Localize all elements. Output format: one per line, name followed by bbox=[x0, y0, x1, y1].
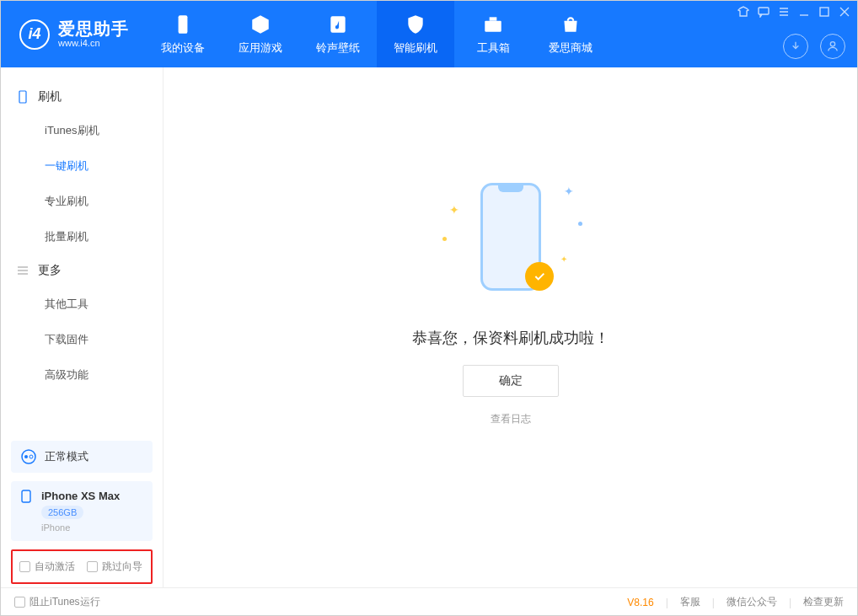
tab-label: 我的设备 bbox=[161, 40, 205, 56]
sidebar-item-batch-flash[interactable]: 批量刷机 bbox=[1, 219, 163, 254]
menu-icon[interactable] bbox=[778, 6, 790, 18]
sparkle-icon: ✦ bbox=[564, 185, 574, 198]
svg-rect-7 bbox=[19, 91, 26, 103]
sidebar-item-advanced[interactable]: 高级功能 bbox=[1, 357, 163, 393]
footer-left: 阻止iTunes运行 bbox=[14, 595, 100, 609]
checkbox-label: 阻止iTunes运行 bbox=[29, 595, 100, 609]
device-box[interactable]: iPhone XS Max 256GB iPhone bbox=[11, 481, 153, 541]
shield-refresh-icon bbox=[405, 13, 426, 35]
sidebar-group-more[interactable]: 更多 bbox=[1, 254, 163, 287]
mode-box[interactable]: 正常模式 bbox=[11, 441, 153, 473]
svg-rect-4 bbox=[759, 8, 769, 14]
sparkle-icon: ✦ bbox=[560, 254, 567, 264]
logo[interactable]: i4 爱思助手 www.i4.cn bbox=[1, 19, 144, 50]
svg-rect-11 bbox=[22, 490, 30, 502]
phone-icon bbox=[172, 13, 194, 35]
dot-icon bbox=[578, 222, 582, 226]
logo-text: 爱思助手 www.i4.cn bbox=[58, 19, 129, 48]
device-icon bbox=[16, 90, 29, 104]
tab-label: 爱思商城 bbox=[549, 40, 593, 56]
view-log-link[interactable]: 查看日志 bbox=[491, 412, 531, 426]
header-right-buttons bbox=[783, 34, 845, 59]
bag-icon bbox=[560, 13, 582, 35]
sidebar-item-pro-flash[interactable]: 专业刷机 bbox=[1, 184, 163, 219]
logo-icon: i4 bbox=[19, 19, 50, 50]
app-url: www.i4.cn bbox=[58, 38, 129, 48]
success-illustration: ✦ ✦ ✦ bbox=[473, 178, 549, 304]
success-message: 恭喜您，保资料刷机成功啦！ bbox=[412, 328, 609, 348]
version-label: V8.16 bbox=[627, 597, 653, 608]
checkbox-icon bbox=[14, 597, 25, 608]
checkbox-skip-guide[interactable]: 跳过向导 bbox=[87, 560, 142, 574]
sparkle-icon: ✦ bbox=[449, 203, 459, 217]
svg-point-8 bbox=[22, 450, 35, 463]
sidebar-scroll: 刷机 iTunes刷机 一键刷机 专业刷机 批量刷机 更多 其他工具 下载固件 … bbox=[1, 67, 163, 441]
sidebar-item-download-firmware[interactable]: 下载固件 bbox=[1, 322, 163, 357]
svg-rect-3 bbox=[490, 17, 497, 20]
sidebar-item-other-tools[interactable]: 其他工具 bbox=[1, 287, 163, 322]
tab-label: 铃声壁纸 bbox=[316, 40, 360, 56]
cube-icon bbox=[249, 13, 271, 35]
checkbox-block-itunes[interactable]: 阻止iTunes运行 bbox=[14, 595, 100, 609]
device-name: iPhone XS Max bbox=[41, 490, 120, 502]
footer: 阻止iTunes运行 V8.16 | 客服 | 微信公众号 | 检查更新 bbox=[1, 587, 857, 616]
app-name: 爱思助手 bbox=[58, 19, 129, 38]
account-button[interactable] bbox=[820, 34, 845, 59]
checkbox-auto-activate[interactable]: 自动激活 bbox=[19, 560, 75, 574]
tab-label: 应用游戏 bbox=[239, 40, 282, 56]
download-button[interactable] bbox=[783, 34, 808, 59]
svg-point-10 bbox=[29, 455, 33, 458]
svg-point-6 bbox=[830, 42, 834, 46]
svg-rect-5 bbox=[820, 8, 829, 16]
svg-rect-2 bbox=[485, 20, 501, 31]
sidebar: 刷机 iTunes刷机 一键刷机 专业刷机 批量刷机 更多 其他工具 下载固件 … bbox=[1, 67, 164, 587]
separator: | bbox=[712, 597, 715, 608]
checkbox-icon bbox=[19, 561, 30, 572]
svg-point-9 bbox=[24, 455, 28, 458]
sidebar-item-itunes-flash[interactable]: iTunes刷机 bbox=[1, 113, 163, 148]
separator: | bbox=[666, 597, 668, 608]
sidebar-group-flash[interactable]: 刷机 bbox=[1, 81, 163, 113]
checkbox-icon bbox=[87, 561, 98, 572]
tab-label: 工具箱 bbox=[477, 40, 510, 56]
separator: | bbox=[789, 597, 791, 608]
device-phone-icon bbox=[19, 490, 33, 503]
ok-button[interactable]: 确定 bbox=[463, 365, 559, 397]
checkbox-label: 自动激活 bbox=[35, 560, 75, 574]
header-bar: i4 爱思助手 www.i4.cn 我的设备 应用游戏 铃声壁纸 智能刷机 工具… bbox=[1, 1, 857, 67]
sidebar-bottom: 正常模式 iPhone XS Max 256GB iPhone 自动激活 跳过向… bbox=[1, 441, 163, 587]
maximize-icon[interactable] bbox=[818, 6, 830, 18]
main-tabs: 我的设备 应用游戏 铃声壁纸 智能刷机 工具箱 爱思商城 bbox=[144, 1, 609, 67]
device-capacity: 256GB bbox=[41, 506, 83, 519]
mode-label: 正常模式 bbox=[45, 449, 88, 464]
group-title: 刷机 bbox=[38, 89, 62, 104]
shirt-icon[interactable] bbox=[737, 6, 749, 18]
tab-ringtones[interactable]: 铃声壁纸 bbox=[299, 1, 377, 67]
music-icon bbox=[327, 13, 349, 35]
checkbox-label: 跳过向导 bbox=[102, 560, 142, 574]
tab-store[interactable]: 爱思商城 bbox=[532, 1, 609, 67]
check-badge-icon bbox=[525, 262, 554, 291]
close-icon[interactable] bbox=[839, 6, 850, 18]
footer-link-support[interactable]: 客服 bbox=[680, 595, 700, 609]
svg-rect-0 bbox=[179, 15, 188, 34]
feedback-icon[interactable] bbox=[758, 6, 770, 18]
tab-my-device[interactable]: 我的设备 bbox=[144, 1, 222, 67]
tab-flash[interactable]: 智能刷机 bbox=[377, 1, 454, 67]
footer-right: V8.16 | 客服 | 微信公众号 | 检查更新 bbox=[627, 595, 844, 609]
tab-toolbox[interactable]: 工具箱 bbox=[454, 1, 532, 67]
toolbox-icon bbox=[482, 13, 504, 35]
tab-apps[interactable]: 应用游戏 bbox=[222, 1, 299, 67]
mode-icon bbox=[21, 449, 36, 464]
minimize-icon[interactable] bbox=[798, 6, 810, 18]
dot-icon bbox=[442, 237, 447, 241]
footer-link-wechat[interactable]: 微信公众号 bbox=[727, 595, 777, 609]
sidebar-item-onekey-flash[interactable]: 一键刷机 bbox=[1, 148, 163, 184]
window-controls bbox=[737, 6, 850, 18]
tab-label: 智能刷机 bbox=[394, 40, 437, 56]
footer-link-update[interactable]: 检查更新 bbox=[803, 595, 844, 609]
device-type: iPhone bbox=[41, 522, 70, 533]
body: 刷机 iTunes刷机 一键刷机 专业刷机 批量刷机 更多 其他工具 下载固件 … bbox=[1, 67, 857, 587]
group-title: 更多 bbox=[38, 263, 62, 278]
content-area: ✦ ✦ ✦ 恭喜您，保资料刷机成功啦！ 确定 查看日志 bbox=[164, 67, 857, 587]
